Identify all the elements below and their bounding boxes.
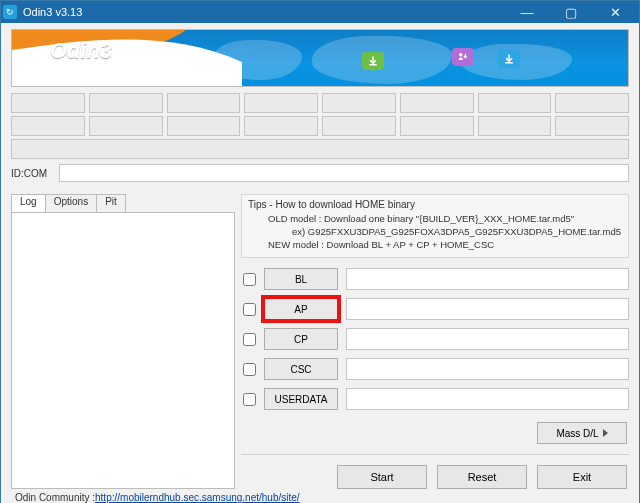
port-row-top: [11, 93, 629, 113]
slot-checkbox[interactable]: [243, 303, 256, 316]
slot-checkbox[interactable]: [243, 273, 256, 286]
tab-pit[interactable]: Pit: [96, 194, 126, 212]
slot-button-userdata[interactable]: USERDATA: [264, 388, 338, 410]
slot-checkbox[interactable]: [243, 333, 256, 346]
port-row-mid: [11, 116, 629, 136]
idcom-row: ID:COM: [11, 164, 629, 182]
app-icon: ↻: [3, 5, 17, 19]
slot-row-ap: AP: [241, 298, 629, 320]
mass-download-button[interactable]: Mass D/L: [537, 422, 627, 444]
port-slot: [167, 93, 241, 113]
right-pane: Tips - How to download HOME binary OLD m…: [241, 194, 629, 489]
action-row: Start Reset Exit: [241, 465, 629, 489]
minimize-button[interactable]: —: [505, 1, 549, 23]
slot-path[interactable]: [346, 358, 629, 380]
start-button[interactable]: Start: [337, 465, 427, 489]
port-slot: [11, 93, 85, 113]
banner-title: Odin3: [50, 38, 112, 64]
slot-path[interactable]: [346, 298, 629, 320]
window-title: Odin3 v3.13: [23, 6, 82, 18]
divider: [241, 454, 629, 455]
exit-button[interactable]: Exit: [537, 465, 627, 489]
log-box[interactable]: [11, 212, 235, 489]
banner-swoosh: [12, 29, 242, 87]
slot-button-bl[interactable]: BL: [264, 268, 338, 290]
slot-list: BLAPCPCSCUSERDATA: [241, 268, 629, 418]
port-slot: [11, 116, 85, 136]
titlebar[interactable]: ↻ Odin3 v3.13 — ▢ ✕: [1, 1, 639, 23]
slot-button-ap[interactable]: AP: [264, 298, 338, 320]
slot-path[interactable]: [346, 388, 629, 410]
tab-options[interactable]: Options: [45, 194, 97, 212]
user-download-icon: [452, 48, 474, 66]
slot-checkbox[interactable]: [243, 393, 256, 406]
slot-row-userdata: USERDATA: [241, 388, 629, 410]
port-slot: [478, 93, 552, 113]
port-slot: [244, 93, 318, 113]
client-area: Odin3 ID:COM: [1, 23, 639, 503]
tab-log[interactable]: Log: [11, 194, 46, 212]
maximize-button[interactable]: ▢: [549, 1, 593, 23]
port-slot: [400, 93, 474, 113]
tips-box: Tips - How to download HOME binary OLD m…: [241, 194, 629, 258]
port-slot: [89, 116, 163, 136]
slot-path[interactable]: [346, 268, 629, 290]
slot-button-cp[interactable]: CP: [264, 328, 338, 350]
community-link[interactable]: http://mobilerndhub.sec.samsung.net/hub/…: [95, 492, 300, 503]
tips-line: ex) G925FXXU3DPA5_G925FOXA3DPA5_G925FXXU…: [248, 226, 622, 239]
port-row-bottom: [11, 139, 629, 159]
slot-row-cp: CP: [241, 328, 629, 350]
download-icon: [362, 52, 384, 70]
slot-path[interactable]: [346, 328, 629, 350]
slot-button-csc[interactable]: CSC: [264, 358, 338, 380]
tips-heading: Tips - How to download HOME binary: [248, 199, 622, 210]
slot-checkbox[interactable]: [243, 363, 256, 376]
tabs: Log Options Pit: [11, 194, 235, 212]
port-slot: [89, 93, 163, 113]
tips-line: OLD model : Download one binary "{BUILD_…: [248, 213, 622, 226]
port-slot: [244, 116, 318, 136]
svg-point-0: [459, 53, 462, 56]
chevron-right-icon: [603, 429, 608, 437]
port-long: [11, 139, 629, 159]
reset-button[interactable]: Reset: [437, 465, 527, 489]
port-slot: [478, 116, 552, 136]
slot-row-csc: CSC: [241, 358, 629, 380]
port-slot: [555, 116, 629, 136]
footer-prefix: Odin Community :: [15, 492, 95, 503]
idcom-label: ID:COM: [11, 168, 59, 179]
banner: Odin3: [11, 29, 629, 87]
download-icon-2: [498, 50, 520, 68]
port-slot: [400, 116, 474, 136]
port-slot: [555, 93, 629, 113]
idcom-input[interactable]: [59, 164, 629, 182]
app-window: ↻ Odin3 v3.13 — ▢ ✕ Odin3: [0, 0, 640, 503]
port-slot: [322, 116, 396, 136]
slot-row-bl: BL: [241, 268, 629, 290]
footer: Odin Community : http://mobilerndhub.sec…: [11, 489, 629, 503]
tips-line: NEW model : Download BL + AP + CP + HOME…: [248, 239, 622, 252]
left-pane: Log Options Pit: [11, 194, 235, 489]
port-slot: [167, 116, 241, 136]
mass-download-label: Mass D/L: [556, 428, 598, 439]
close-button[interactable]: ✕: [593, 1, 637, 23]
port-slot: [322, 93, 396, 113]
